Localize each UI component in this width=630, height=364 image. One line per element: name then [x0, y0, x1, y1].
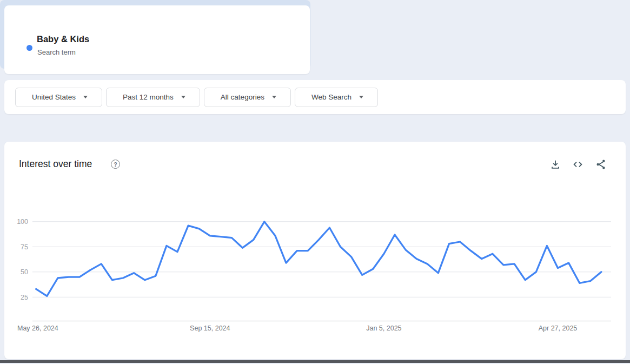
y-axis-tick-label: 50: [21, 268, 28, 276]
filter-bar: United States Past 12 months All categor…: [4, 80, 626, 114]
interest-series-line: [36, 222, 601, 296]
search-term-title: Baby & Kids: [37, 34, 89, 44]
filter-geo-label: United States: [32, 93, 76, 101]
filter-geo-dropdown[interactable]: United States: [15, 88, 102, 107]
y-axis-tick-label: 100: [17, 218, 28, 226]
interest-over-time-card: Interest over time ? 255075100May 26, 20…: [4, 142, 626, 359]
x-axis-tick-label: Jan 5, 2025: [366, 325, 401, 332]
filter-time-label: Past 12 months: [123, 93, 174, 101]
search-term-subtitle: Search term: [37, 48, 76, 56]
filter-search-type-dropdown[interactable]: Web Search: [295, 88, 378, 107]
x-axis-tick-label: May 26, 2024: [17, 325, 58, 332]
chevron-down-icon: [359, 96, 363, 98]
filter-category-label: All categories: [221, 93, 264, 101]
x-axis-tick-label: Sep 15, 2024: [190, 325, 230, 332]
series-color-dot: [26, 45, 32, 51]
x-axis-tick-label: Apr 27, 2025: [539, 325, 578, 332]
chevron-down-icon: [272, 96, 276, 98]
filter-search-type-label: Web Search: [311, 93, 352, 101]
y-axis-tick-label: 75: [21, 243, 28, 251]
chevron-down-icon: [181, 96, 185, 98]
chevron-down-icon: [83, 96, 88, 98]
interest-line-chart[interactable]: 255075100May 26, 2024Sep 15, 2024Jan 5, …: [4, 142, 626, 359]
filter-category-dropdown[interactable]: All categories: [204, 88, 291, 107]
search-term-card[interactable]: Baby & Kids Search term: [4, 5, 310, 74]
filter-time-dropdown[interactable]: Past 12 months: [106, 88, 200, 107]
y-axis-tick-label: 25: [21, 294, 28, 301]
window-bottom-edge: [0, 360, 630, 363]
